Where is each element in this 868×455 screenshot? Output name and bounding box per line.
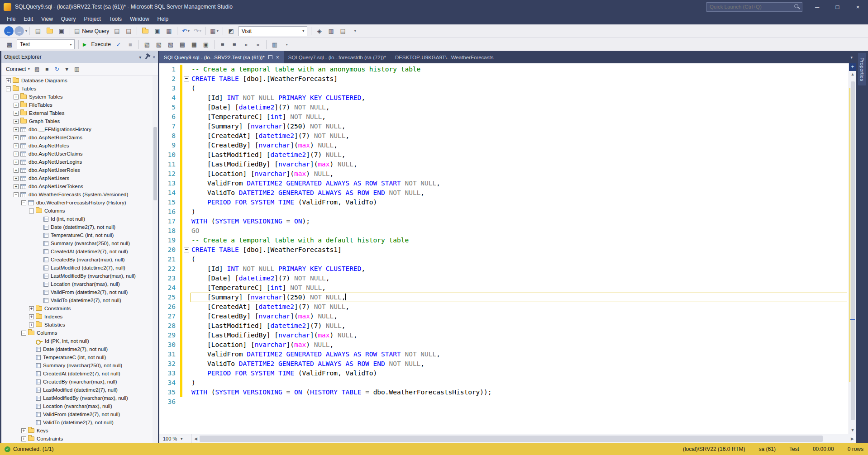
comment-button[interactable]: ≡ — [217, 39, 228, 50]
tree-item-createdby-nvarchar-max-null[interactable]: CreatedBy (nvarchar(max), null) — [1, 256, 153, 264]
expand-box-icon[interactable]: + — [6, 78, 11, 83]
scrollbar-thumb[interactable] — [200, 436, 823, 442]
expand-box-icon[interactable]: + — [14, 168, 19, 173]
generate-scripts-button[interactable]: ▦▾ — [209, 26, 219, 37]
table-properties-button[interactable]: ▥ — [326, 26, 337, 37]
menu-window[interactable]: Window — [126, 14, 153, 24]
tree-item-dbo-aspnetusertokens[interactable]: +dbo.AspNetUserTokens — [1, 182, 153, 190]
decrease-indent-button[interactable]: « — [241, 39, 252, 50]
toolbar-overflow2-button[interactable]: ▾ — [281, 39, 292, 50]
tree-item-tables[interactable]: −Tables — [1, 85, 153, 93]
menu-file[interactable]: File — [3, 14, 19, 24]
increase-indent-button[interactable]: » — [253, 39, 263, 50]
tree-item-location-nvarchar-max-null[interactable]: Location (nvarchar(max), null) — [1, 280, 153, 288]
tree-item-dbo-aspnetuserroles[interactable]: +dbo.AspNetUserRoles — [1, 166, 153, 174]
tree-item-graph-tables[interactable]: +Graph Tables — [1, 117, 153, 125]
undo-button[interactable]: ↶▾ — [180, 26, 191, 37]
object-explorer-scrollbar[interactable] — [153, 76, 158, 443]
code-line-17[interactable]: 17WITH (SYSTEM_VERSIONING = ON); — [159, 217, 849, 226]
menu-project[interactable]: Project — [80, 14, 105, 24]
code-line-5[interactable]: 5 [Date] [datetime2](7) NOT NULL, — [159, 103, 849, 112]
collapse-region-icon[interactable]: − — [184, 247, 189, 252]
tree-item-lastmodified-datetime2-7-null[interactable]: LastModified (datetime2(7), null) — [1, 264, 153, 272]
code-line-35[interactable]: 35WITH (SYSTEM_VERSIONING = ON (HISTORY_… — [159, 388, 849, 397]
tree-item-lastmodified-datetime2-7-null[interactable]: LastModified (datetime2(7), null) — [1, 386, 153, 394]
tree-item-statistics[interactable]: +Statistics — [1, 321, 153, 329]
scroll-right-icon[interactable]: ▶ — [849, 434, 856, 443]
tree-item-validfrom-datetime2-7-not-null[interactable]: ValidFrom (datetime2(7), not null) — [1, 288, 153, 296]
code-line-29[interactable]: 29 [LastModifiedBy] [nvarchar](max) NULL… — [159, 331, 849, 340]
code-line-24[interactable]: 24 [TemperatureC] [int] NOT NULL, — [159, 283, 849, 293]
window-menu-icon[interactable]: ▾ — [139, 55, 141, 60]
code-line-4[interactable]: 4 [Id] INT NOT NULL PRIMARY KEY CLUSTERE… — [159, 93, 849, 103]
code-line-21[interactable]: 21( — [159, 255, 849, 264]
tree-item-dbo-aspnetroles[interactable]: +dbo.AspNetRoles — [1, 142, 153, 150]
code-line-11[interactable]: 11 [LastModifiedBy] [nvarchar](max) NULL… — [159, 160, 849, 169]
menu-edit[interactable]: Edit — [19, 14, 37, 24]
pin-icon[interactable] — [145, 55, 149, 59]
expand-box-icon[interactable]: + — [14, 160, 19, 165]
tree-item-lastmodifiedby-nvarchar-max-null[interactable]: LastModifiedBy (nvarchar(max), null) — [1, 272, 153, 280]
connect-button[interactable]: Connect ▾ — [4, 65, 32, 73]
code-line-25[interactable]: 25 [Summary] [nvarchar](250) NOT NULL, — [159, 293, 849, 302]
code-line-19[interactable]: 19-- Create a temporal table with a defa… — [159, 236, 849, 245]
expand-box-icon[interactable]: + — [14, 127, 19, 132]
tree-item-database-diagrams[interactable]: +Database Diagrams — [1, 76, 153, 85]
live-query-stats-button[interactable]: ▧ — [153, 39, 164, 50]
new-query-button[interactable]: ▤New Query — [73, 26, 110, 37]
code-line-28[interactable]: 28 [LastModified] [datetime2](7) NULL, — [159, 321, 849, 331]
tree-item-system-tables[interactable]: +System Tables — [1, 93, 153, 101]
tree-item-columns[interactable]: −Columns — [1, 207, 153, 215]
close-button[interactable]: × — [848, 0, 868, 14]
tree-item-createdat-datetime2-7-not-null[interactable]: CreatedAt (datetime2(7), not null) — [1, 247, 153, 256]
caret-down-icon[interactable]: ▾ — [25, 29, 27, 33]
collapse-region-icon[interactable]: − — [184, 76, 189, 81]
stop-icon[interactable]: ■ — [43, 65, 52, 74]
expand-box-icon[interactable]: + — [29, 314, 34, 319]
document-options-button[interactable]: ▤ — [338, 26, 348, 37]
document-tab-1[interactable]: SQLQuery9.sql - (lo...SRV22.Test (sa (61… — [159, 51, 284, 63]
tree-item-temperaturec-int-not-null[interactable]: TemperatureC (int, not null) — [1, 353, 153, 361]
code-line-3[interactable]: 3( — [159, 84, 849, 93]
code-line-13[interactable]: 13 ValidFrom DATETIME2 GENERATED ALWAYS … — [159, 179, 849, 188]
minimize-button[interactable]: ─ — [807, 0, 827, 14]
tree-item-createdby-nvarchar-max-null[interactable]: CreatedBy (nvarchar(max), null) — [1, 378, 153, 386]
expand-box-icon[interactable]: + — [14, 152, 19, 156]
results-to-text-button[interactable]: ▤ — [177, 39, 188, 50]
script-icon[interactable]: ▥ — [72, 65, 81, 74]
code-line-20[interactable]: 20−CREATE TABLE [dbo].[WeatherForecasts1… — [159, 245, 849, 255]
menu-query[interactable]: Query — [57, 14, 80, 24]
collapse-box-icon[interactable]: − — [29, 209, 34, 213]
new-project-button[interactable]: ▤ — [33, 26, 43, 37]
save-file-button[interactable]: ▣ — [152, 26, 162, 37]
scroll-left-icon[interactable]: ◀ — [192, 434, 200, 443]
code-line-16[interactable]: 16) — [159, 207, 849, 217]
forward-button[interactable]: → — [14, 26, 24, 36]
redo-button[interactable]: ↷▾ — [192, 26, 203, 37]
parse-button[interactable]: ✓ — [113, 39, 124, 50]
expand-box-icon[interactable]: + — [21, 428, 26, 433]
scroll-up-icon[interactable]: ▲ — [849, 71, 856, 78]
tree-item-dbo-aspnetuserclaims[interactable]: +dbo.AspNetUserClaims — [1, 150, 153, 158]
expand-box-icon[interactable]: + — [14, 103, 19, 108]
tab-list-icon[interactable]: ▾ — [847, 51, 856, 63]
quick-launch-box[interactable] — [706, 2, 802, 12]
menu-view[interactable]: View — [37, 14, 57, 24]
code-line-2[interactable]: 2−CREATE TABLE [dbo].[WeatherForecasts] — [159, 74, 849, 84]
horizontal-scrollbar[interactable]: ◀ ▶ — [192, 434, 856, 443]
code-line-30[interactable]: 30 [Location] [nvarchar](max) NULL, — [159, 340, 849, 350]
collapse-box-icon[interactable]: − — [6, 86, 11, 91]
tree-item-dbo-weatherforecasts-system-versioned[interactable]: −dbo.WeatherForecasts (System-Versioned) — [1, 190, 153, 199]
collapse-box-icon[interactable]: − — [21, 200, 26, 205]
code-line-33[interactable]: 33 PERIOD FOR SYSTEM_TIME (ValidFrom, Va… — [159, 369, 849, 378]
vertical-scrollbar[interactable]: + ▲ ▼ — [849, 63, 856, 434]
template-params-button[interactable]: ▥ — [269, 39, 280, 50]
code-line-18[interactable]: 18GO — [159, 226, 849, 236]
code-line-8[interactable]: 8 [CreatedAt] [datetime2](7) NOT NULL, — [159, 131, 849, 141]
pin-icon[interactable] — [268, 55, 272, 60]
code-line-15[interactable]: 15 PERIOD FOR SYSTEM_TIME (ValidFrom, Va… — [159, 198, 849, 207]
toolbar-overflow-button[interactable]: ▾ — [349, 26, 360, 37]
tree-item-indexes[interactable]: +Indexes — [1, 313, 153, 321]
tree-item-dbo-aspnetuserlogins[interactable]: +dbo.AspNetUserLogins — [1, 158, 153, 166]
designer-button[interactable]: ◈ — [314, 26, 325, 37]
